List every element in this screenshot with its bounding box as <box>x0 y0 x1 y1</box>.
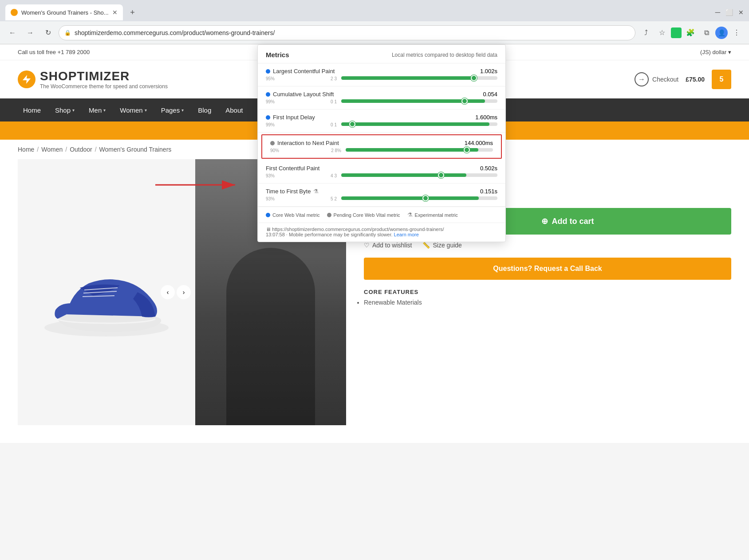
fcp-value: 0.502s <box>341 165 497 172</box>
men-dropdown-icon: ▾ <box>103 108 106 113</box>
fid-dot-marker <box>349 121 355 127</box>
pages-dropdown-icon: ▾ <box>181 108 184 113</box>
learn-more-link[interactable]: Learn more <box>394 232 419 237</box>
lcp-value: 1.002s <box>341 68 497 74</box>
nav-blog[interactable]: Blog <box>193 98 217 121</box>
forward-button[interactable]: → <box>23 26 37 40</box>
nav-pages[interactable]: Pages ▾ <box>156 98 189 121</box>
window-close-icon[interactable]: ✕ <box>738 9 744 16</box>
split-view-icon[interactable]: ⧉ <box>699 26 714 40</box>
nav-women[interactable]: Women ▾ <box>114 98 152 121</box>
breadcrumb-outdoor[interactable]: Outdoor <box>70 146 92 153</box>
ttfb-bar <box>341 196 479 200</box>
metric-inp: Interaction to Next Paint 90% 2 8% 144.0… <box>262 135 501 158</box>
pending-legend-dot <box>327 213 331 217</box>
profile-button[interactable]: 👤 <box>715 27 728 39</box>
prev-image-button[interactable]: ‹ <box>161 285 175 299</box>
inp-bar-container <box>346 148 493 152</box>
fid-bar-container <box>341 122 497 126</box>
add-to-cart-label: Add to cart <box>552 217 594 226</box>
logo-subtitle: The WooCommerce theme for speed and conv… <box>40 83 168 90</box>
currency-selector[interactable]: (JS) dollar ▾ <box>700 49 731 55</box>
feature-item: Renewable Materials <box>364 299 731 306</box>
cart-price: £75.00 <box>686 76 705 83</box>
checkout-button[interactable]: → Checkout <box>635 72 678 86</box>
questions-button[interactable]: Questions? Request a Call Back <box>364 258 731 280</box>
fcp-bar-container <box>341 173 497 177</box>
legend-pending: Pending Core Web Vital metric <box>327 212 400 218</box>
extension-icon[interactable] <box>671 27 682 38</box>
nav-home[interactable]: Home <box>18 98 46 121</box>
core-features-title: CORE FEATURES <box>364 289 731 295</box>
logo[interactable]: SHOPTIMIZER The WooCommerce theme for sp… <box>18 69 168 90</box>
inp-dot <box>270 141 275 145</box>
address-bar[interactable]: 🔒 shoptimizerdemo.commercegurus.com/prod… <box>59 25 635 40</box>
fid-scale: 99% 0 1 <box>266 122 337 127</box>
metrics-header: Metrics Local metrics compared to deskto… <box>258 45 505 63</box>
wishlist-button[interactable]: ♡ Add to wishlist <box>364 242 412 249</box>
nav-about[interactable]: About <box>220 98 248 121</box>
nav-men[interactable]: Men ▾ <box>83 98 111 121</box>
cls-scale: 99% 0 1 <box>266 99 337 104</box>
tab-title: Women's Ground Trainers - Sho... <box>21 9 109 16</box>
shoe-svg <box>35 230 177 354</box>
metrics-url: 🖥 https://shoptimizerdemo.commercegurus.… <box>266 227 497 232</box>
tab-favicon <box>11 9 18 16</box>
back-button[interactable]: ← <box>5 26 20 40</box>
browser-tab[interactable]: Women's Ground Trainers - Sho... ✕ <box>5 4 123 20</box>
monitor-icon: 🖥 <box>266 227 271 232</box>
metric-fcp-name: First Contentful Paint <box>266 165 337 172</box>
fid-dot <box>266 115 270 120</box>
header-actions: → Checkout £75.00 5 <box>635 70 731 89</box>
next-image-button[interactable]: › <box>177 285 191 299</box>
ttfb-scale: 93% 5 2 <box>266 196 337 201</box>
size-guide-button[interactable]: 📏 Size guide <box>422 242 461 249</box>
window-minimize-icon[interactable]: ─ <box>715 8 720 16</box>
cls-dot-marker <box>461 98 468 104</box>
metric-ttfb: Time to First Byte ⚗ 93% 5 2 0.151s <box>258 184 505 207</box>
phone-text: Call us toll free +1 789 2000 <box>18 49 90 55</box>
lock-icon: 🔒 <box>64 30 71 36</box>
share-button[interactable]: ⤴ <box>639 26 653 40</box>
tab-close-icon[interactable]: ✕ <box>112 9 118 16</box>
cls-dot <box>266 92 270 97</box>
metric-ttfb-name: Time to First Byte ⚗ <box>266 188 337 195</box>
metrics-footer: 🖥 https://shoptimizerdemo.commercegurus.… <box>258 223 505 242</box>
cls-value: 0.054 <box>341 91 497 98</box>
breadcrumb-current: Women's Ground Trainers <box>99 146 172 153</box>
nav-shop[interactable]: Shop ▾ <box>50 98 80 121</box>
reload-button[interactable]: ↻ <box>41 26 55 40</box>
image-nav: ‹ › <box>161 285 191 299</box>
metric-cls: Cumulative Layout Shift 99% 0 1 0.054 <box>258 86 505 110</box>
lcp-bar <box>341 76 474 80</box>
cwv-legend-dot <box>266 213 270 217</box>
cwv-legend-label: Core Web Vital metric <box>272 212 320 218</box>
metrics-panel: Metrics Local metrics compared to deskto… <box>257 44 506 242</box>
cart-count: 5 <box>720 75 724 83</box>
legend-experimental: ⚗ Experimental metric <box>407 211 458 218</box>
metrics-subtitle: Local metrics compared to desktop field … <box>392 52 497 58</box>
metric-fcp: First Contentful Paint 93% 4 3 0.502s <box>258 161 505 184</box>
lcp-dot <box>266 69 270 74</box>
new-tab-button[interactable]: + <box>126 6 139 19</box>
lcp-bar-container <box>341 76 497 80</box>
metric-fid: First Input Delay 99% 0 1 1.600ms <box>258 110 505 133</box>
bookmark-button[interactable]: ☆ <box>655 26 669 40</box>
breadcrumb-women[interactable]: Women <box>41 146 63 153</box>
breadcrumb-home[interactable]: Home <box>18 146 34 153</box>
metrics-legend: Core Web Vital metric Pending Core Web V… <box>258 207 505 223</box>
experimental-icon: ⚗ <box>313 188 319 195</box>
inp-dot-marker <box>464 147 470 153</box>
pending-legend-label: Pending Core Web Vital metric <box>334 212 400 218</box>
fid-bar <box>341 122 489 126</box>
experimental-legend-label: Experimental metric <box>415 212 458 218</box>
puzzle-icon[interactable]: 🧩 <box>683 26 698 40</box>
cart-button[interactable]: 5 <box>712 70 731 89</box>
metric-inp-name: Interaction to Next Paint <box>270 140 341 146</box>
metric-inp-highlighted: Interaction to Next Paint 90% 2 8% 144.0… <box>261 134 502 159</box>
menu-button[interactable]: ⋮ <box>729 26 744 40</box>
window-restore-icon[interactable]: ⬜ <box>725 9 733 16</box>
ttfb-dot-marker <box>422 195 429 201</box>
metric-cls-name: Cumulative Layout Shift <box>266 91 337 98</box>
fcp-scale: 93% 4 3 <box>266 173 337 178</box>
